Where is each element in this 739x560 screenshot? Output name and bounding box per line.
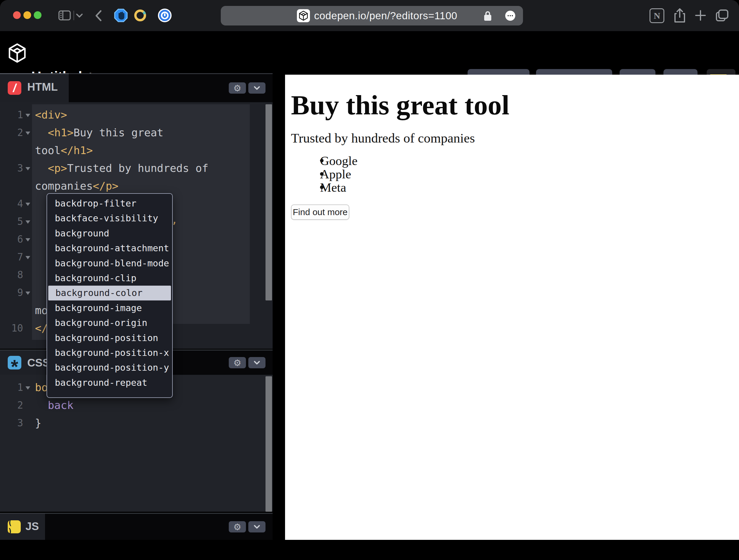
line-number: 7 — [0, 248, 23, 266]
html-collapse-button[interactable] — [248, 83, 266, 94]
js-tab-label: JS — [25, 520, 39, 533]
fold-arrow-icon[interactable] — [25, 256, 30, 259]
code-text: <p>Trusted by hundreds of — [35, 159, 208, 177]
url-text: codepen.io/pen/?editors=1100 — [314, 10, 457, 22]
code-text: back — [35, 397, 73, 414]
autocomplete-item[interactable]: background-color — [48, 286, 171, 300]
css-icon: * — [8, 356, 21, 370]
share-icon[interactable] — [673, 8, 686, 23]
autocomplete-item[interactable]: background — [48, 226, 172, 241]
fold-arrow-icon[interactable] — [25, 292, 30, 295]
autocomplete-item[interactable]: background-clip — [48, 271, 172, 286]
code-text: <div> — [35, 106, 67, 124]
application-window: codepen.io/pen/?editors=1100 N — [0, 0, 739, 560]
js-icon: ( ) — [8, 520, 21, 533]
chevron-down-icon — [254, 86, 260, 90]
code-row: 2 back — [0, 397, 250, 414]
line-number: 1 — [0, 106, 23, 124]
line-number: 10 — [0, 319, 23, 337]
footer-bar: Console Assets ⌘ — [0, 540, 739, 560]
fold-arrow-icon[interactable] — [25, 114, 30, 117]
notion-extension-icon[interactable]: N — [649, 8, 664, 23]
fold-arrow-icon[interactable] — [25, 221, 30, 224]
code-text: <h1>Buy this great — [35, 124, 164, 142]
codepen-logo-icon[interactable] — [8, 41, 26, 65]
sidebar-toggle-icon[interactable] — [58, 10, 71, 20]
preview-heading: Buy this great tool — [291, 89, 509, 121]
new-tab-icon[interactable] — [695, 9, 706, 21]
preview-paragraph: Trusted by hundreds of companies — [291, 130, 475, 146]
autocomplete-item[interactable]: background-image — [48, 301, 172, 315]
code-row: companies</p> — [0, 177, 250, 195]
close-window-button[interactable] — [13, 11, 21, 19]
line-number: 3 — [0, 159, 23, 177]
code-text: } — [35, 414, 41, 432]
css-collapse-button[interactable] — [248, 357, 266, 368]
line-number: 3 — [0, 414, 23, 432]
line-number: 1 — [0, 379, 23, 397]
zoom-window-button[interactable] — [34, 11, 41, 19]
site-favicon — [297, 9, 310, 22]
autocomplete-item[interactable]: background-blend-mode — [48, 256, 172, 271]
autocomplete-dropdown: backdrop-filterbackface-visibilitybackgr… — [46, 193, 173, 398]
js-settings-button[interactable]: ⚙ — [229, 521, 246, 533]
fold-arrow-icon[interactable] — [25, 386, 30, 390]
code-row: 2 <h1>Buy this great — [0, 124, 250, 142]
minimize-window-button[interactable] — [23, 11, 31, 19]
codepen-header: Untitled ✎ Flavio Copes ☁ Save ⚙ Setting… — [0, 31, 739, 73]
autocomplete-item[interactable]: background-attachment — [48, 241, 172, 256]
code-text: bo — [35, 379, 48, 397]
html-icon: / — [8, 81, 21, 95]
line-number: 2 — [0, 397, 23, 414]
autocomplete-item[interactable]: backdrop-filter — [48, 196, 172, 211]
stop-hand-extension-icon[interactable] — [114, 9, 128, 22]
fold-arrow-icon[interactable] — [25, 132, 30, 135]
autocomplete-item[interactable]: background-position-x — [48, 345, 172, 360]
line-number: 9 — [0, 284, 23, 302]
lock-icon — [483, 11, 492, 21]
code-row: tool</h1> — [0, 142, 250, 159]
fold-arrow-icon[interactable] — [25, 167, 30, 170]
line-number: 2 — [0, 124, 23, 142]
autocomplete-item[interactable]: background-origin — [48, 315, 172, 330]
back-icon[interactable] — [94, 10, 103, 22]
code-text: companies</p> — [35, 177, 119, 195]
code-text: tool</h1> — [35, 142, 93, 159]
fold-arrow-icon[interactable] — [25, 203, 30, 206]
toolbar-divider — [73, 11, 74, 20]
code-row: 3 <p>Trusted by hundreds of — [0, 159, 250, 177]
css-settings-button[interactable]: ⚙ — [229, 357, 246, 368]
code-text: </ — [35, 319, 48, 337]
gear-icon: ⚙ — [234, 358, 242, 368]
line-number: 4 — [0, 195, 23, 213]
chevron-down-icon — [254, 525, 260, 529]
code-text: mo — [35, 302, 48, 319]
ring-extension-icon[interactable] — [134, 9, 146, 22]
preview-pane: Buy this great tool Trusted by hundreds … — [285, 75, 739, 540]
autocomplete-item[interactable]: background-position-y — [48, 360, 172, 375]
autocomplete-item[interactable]: background-position — [48, 331, 172, 345]
line-number: 8 — [0, 266, 23, 284]
js-collapse-button[interactable] — [248, 521, 266, 533]
code-row: 1<div> — [0, 106, 250, 124]
code-row: 3} — [0, 414, 250, 432]
html-scrollbar[interactable] — [266, 104, 272, 300]
sidebar-chevron-down-icon[interactable] — [76, 13, 83, 18]
gear-icon: ⚙ — [234, 522, 242, 532]
find-out-more-button[interactable]: Find out more — [291, 204, 349, 220]
chevron-down-icon — [254, 361, 260, 365]
autocomplete-item[interactable]: backface-visibility — [48, 211, 172, 226]
css-scrollbar[interactable] — [266, 376, 272, 512]
gear-icon: ⚙ — [234, 83, 242, 93]
browser-toolbar: codepen.io/pen/?editors=1100 N — [0, 0, 739, 31]
page-menu-ellipsis-icon[interactable] — [505, 11, 515, 21]
html-settings-button[interactable]: ⚙ — [229, 83, 246, 94]
html-tab-label: HTML — [27, 81, 58, 93]
tab-overview-icon[interactable] — [715, 9, 729, 22]
line-number: 6 — [0, 231, 23, 248]
line-number: 5 — [0, 213, 23, 231]
autocomplete-item[interactable]: background-repeat — [48, 376, 172, 390]
onepassword-extension-icon[interactable] — [158, 9, 172, 22]
fold-arrow-icon[interactable] — [25, 238, 30, 242]
